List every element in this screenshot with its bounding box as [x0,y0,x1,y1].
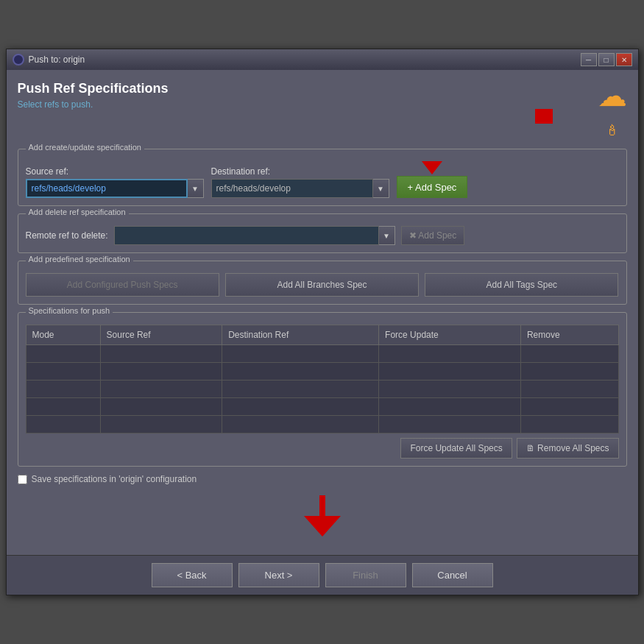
create-update-label: Add create/update specification [26,143,145,152]
cell [100,416,222,434]
dest-ref-dropdown[interactable]: ▼ [373,179,389,198]
remove-all-specs-button[interactable]: 🗎 Remove All Specs [517,438,619,459]
table-row [26,381,618,398]
header-row: Mode Source Ref Destination Ref Force Up… [26,325,618,345]
minimize-button[interactable]: ─ [581,53,597,66]
cell [100,381,222,398]
cell [100,345,222,363]
source-ref-control: ▼ [26,179,204,198]
arrow-indicator [422,161,442,174]
predefined-spec-group: Add predefined specification Add Configu… [18,261,627,305]
cancel-button[interactable]: Cancel [412,563,493,587]
table-row [26,363,618,381]
dest-ref-control: ▼ [211,179,389,198]
back-button[interactable]: < Back [152,563,233,587]
force-update-all-specs-button[interactable]: Force Update All Specs [400,438,512,459]
cell [520,345,618,363]
cell [379,398,521,416]
bottom-bar: < Back Next > Finish Cancel [7,555,638,595]
cell [379,416,521,434]
save-checkbox[interactable] [18,475,27,484]
main-content: Push Ref Specifications Select refs to p… [7,70,638,555]
add-spec-button[interactable]: + Add Spec [397,176,468,198]
app-icon [13,54,24,66]
remote-ref-input[interactable] [114,226,379,245]
title-bar: Push to: origin ─ □ ✕ [7,49,638,70]
col-mode: Mode [26,325,100,345]
cell [520,398,618,416]
add-all-tags-spec-button[interactable]: Add All Tags Spec [425,273,618,297]
cell [26,381,100,398]
table-actions: Force Update All Specs 🗎 Remove All Spec… [26,438,619,459]
delete-ref-label: Add delete ref specification [26,208,129,216]
table-row [26,398,618,416]
table-row [26,416,618,434]
cell [26,398,100,416]
delete-add-spec-button[interactable]: ✖ Add Spec [401,226,465,245]
main-window: Push to: origin ─ □ ✕ Push Ref Specifica… [6,49,639,595]
cell [520,381,618,398]
create-update-group: Add create/update specification Source r… [18,149,627,206]
close-button[interactable]: ✕ [616,53,632,66]
remote-ref-dropdown[interactable]: ▼ [379,226,395,245]
cell [100,398,222,416]
delete-ref-group: Add delete ref specification Remote ref … [18,213,627,253]
col-dest-ref: Destination Ref [222,325,379,345]
specs-table-header: Mode Source Ref Destination Ref Force Up… [26,325,618,345]
add-spec-area: + Add Spec [397,161,468,198]
source-ref-group: Source ref: ▼ [26,166,204,198]
cell [379,363,521,381]
next-button[interactable]: Next > [238,563,319,587]
title-bar-controls: ─ □ ✕ [581,53,632,66]
delete-ref-row: Remote ref to delete: ▼ ✖ Add Spec [26,226,619,245]
cell [222,345,379,363]
table-row [26,345,618,363]
specs-for-push-group: Specifications for push Mode Source Ref … [18,312,627,467]
cell [379,381,521,398]
predefined-spec-label: Add predefined specification [26,255,133,263]
cloud-icon: ☁🕯 [598,81,627,140]
source-dest-row: Source ref: ▼ Destination ref: ▼ [26,161,619,198]
page-subtitle: Select refs to push. [18,99,169,110]
source-ref-input[interactable] [26,179,188,198]
col-source-ref: Source Ref [100,325,222,345]
window-title: Push to: origin [29,54,85,65]
save-checkbox-row: Save specifications in 'origin' configur… [18,474,627,484]
cell [26,363,100,381]
page-title: Push Ref Specifications [18,81,169,96]
specs-for-push-label: Specifications for push [26,306,113,315]
dest-ref-input[interactable] [211,179,373,198]
add-configured-push-specs-button[interactable]: Add Configured Push Specs [26,273,219,297]
col-force-update: Force Update [379,325,521,345]
predefined-buttons-row: Add Configured Push Specs Add All Branch… [26,273,619,297]
source-ref-label: Source ref: [26,166,204,177]
remote-ref-control: ▼ [114,226,395,245]
cell [520,363,618,381]
specs-table-body [26,345,618,434]
header-text: Push Ref Specifications Select refs to p… [18,81,169,110]
cell [222,363,379,381]
dest-ref-group: Destination ref: ▼ [211,166,389,198]
specs-table: Mode Source Ref Destination Ref Force Up… [26,325,619,434]
finish-button[interactable]: Finish [325,563,406,587]
down-arrow-indicator [304,495,341,537]
maximize-button[interactable]: □ [598,53,615,66]
cell [222,416,379,434]
nav-arrow-area [18,495,627,537]
cell [100,363,222,381]
col-remove: Remove [520,325,618,345]
cell [222,381,379,398]
remote-ref-label: Remote ref to delete: [26,230,108,241]
cell [222,398,379,416]
cell [520,416,618,434]
source-ref-dropdown[interactable]: ▼ [188,179,204,198]
cell [26,416,100,434]
cell [379,345,521,363]
cell [26,345,100,363]
title-bar-left: Push to: origin [13,54,85,66]
add-all-branches-spec-button[interactable]: Add All Branches Spec [225,273,419,297]
dest-ref-label: Destination ref: [211,166,389,177]
save-checkbox-label[interactable]: Save specifications in 'origin' configur… [32,474,197,484]
